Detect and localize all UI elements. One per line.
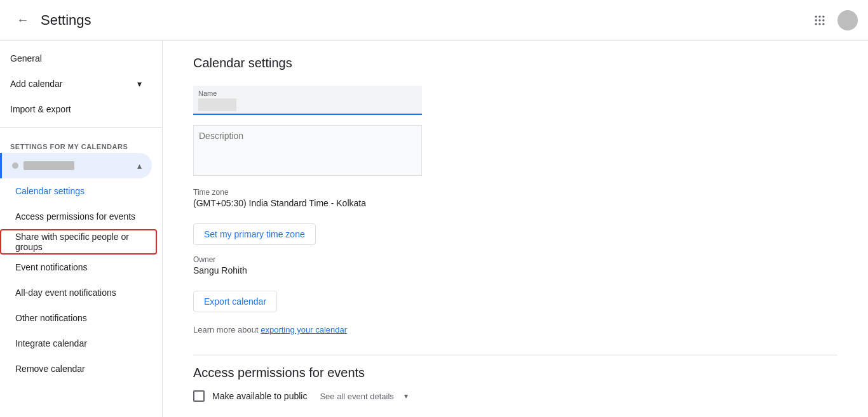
name-field-wrapper: Name [193,86,422,115]
sidebar-sub-label-other-notifications: Other notifications [15,313,87,323]
sidebar-divider [0,127,162,128]
content-title: Calendar settings [193,56,837,70]
timezone-value: (GMT+05:30) India Standard Time - Kolkat… [193,198,837,208]
name-label: Name [198,89,417,97]
sidebar-sub-item-share-people[interactable]: Share with specific people or groups [0,229,157,255]
sidebar-item-import-export[interactable]: Import & export [0,96,152,122]
dropdown-icon: ▾ [404,392,408,400]
calendar-item-indicator [12,162,18,169]
make-public-row: Make available to public See all event d… [193,390,837,402]
page-title: Settings [41,12,92,29]
learn-more-prefix: Learn more about [193,325,261,334]
learn-more-link[interactable]: exporting your calendar [261,325,347,334]
sidebar-sub-label-integrate-calendar: Integrate calendar [15,338,87,348]
owner-value: Sangu Rohith [193,265,837,275]
topbar: ← Settings [0,0,868,41]
user-avatar[interactable] [837,10,858,30]
sidebar-sub-item-event-notifications[interactable]: Event notifications [0,255,152,280]
owner-section: Owner Sangu Rohith [193,255,837,275]
make-public-label: Make available to public [212,391,307,401]
sidebar-sub-item-remove-calendar[interactable]: Remove calendar [0,356,152,381]
make-public-checkbox[interactable] [193,390,205,402]
svg-point-5 [822,19,824,21]
calendar-item-label [24,161,74,170]
svg-point-3 [815,19,817,21]
access-section-title: Access permissions for events [193,355,837,380]
svg-point-1 [818,15,820,17]
svg-point-6 [815,23,817,25]
export-calendar-button[interactable]: Export calendar [193,291,277,312]
sidebar-sub-label-access-permissions: Access permissions for events [15,211,135,222]
chevron-up-icon: ▴ [137,161,142,171]
sidebar-calendar-item[interactable]: ▴ [0,153,152,178]
sidebar-sub-item-allday-notifications[interactable]: All-day event notifications [0,280,152,305]
sidebar-sub-label-share-people: Share with specific people or groups [15,232,147,252]
grid-icon-button[interactable] [807,8,832,33]
svg-point-0 [815,15,817,17]
main-layout: General Add calendar ▾ Import & export S… [0,41,868,417]
sidebar-sub-item-calendar-settings[interactable]: Calendar settings [0,178,152,204]
sidebar-sub-label-remove-calendar: Remove calendar [15,364,85,374]
sidebar-label-add-calendar: Add calendar [10,79,63,89]
svg-point-7 [818,23,820,25]
sidebar-sub-item-access-permissions[interactable]: Access permissions for events [0,204,152,229]
description-wrapper [193,125,837,178]
sidebar-sub-item-other-notifications[interactable]: Other notifications [0,305,152,331]
svg-point-4 [818,19,820,21]
chevron-down-icon: ▾ [137,79,142,89]
topbar-right [807,8,858,33]
description-field[interactable] [193,125,422,176]
checkbox-dropdown-value: See all event details [320,392,393,401]
timezone-label: Time zone [193,188,837,197]
learn-more-text: Learn more about exporting your calendar [193,325,837,334]
owner-label: Owner [193,255,837,264]
content-area: Calendar settings Name Time zone (GMT+05… [163,41,868,417]
svg-point-2 [822,15,824,17]
set-timezone-button[interactable]: Set my primary time zone [193,223,316,245]
sidebar-item-general[interactable]: General [0,46,152,71]
sidebar-item-add-calendar[interactable]: Add calendar ▾ [0,71,152,96]
export-section: Export calendar Learn more about exporti… [193,286,837,334]
sidebar-section-title: Settings for my calendars [0,133,162,153]
svg-point-8 [822,23,824,25]
sidebar-sub-label-allday-notifications: All-day event notifications [15,288,116,298]
sidebar-sub-item-integrate-calendar[interactable]: Integrate calendar [0,331,152,356]
name-input-placeholder [198,98,236,111]
sidebar-sub-label-event-notifications: Event notifications [15,262,88,272]
back-button[interactable]: ← [10,8,36,33]
sidebar: General Add calendar ▾ Import & export S… [0,41,163,417]
sidebar-sub-label-calendar-settings: Calendar settings [15,186,85,196]
timezone-section: Time zone (GMT+05:30) India Standard Tim… [193,188,837,208]
